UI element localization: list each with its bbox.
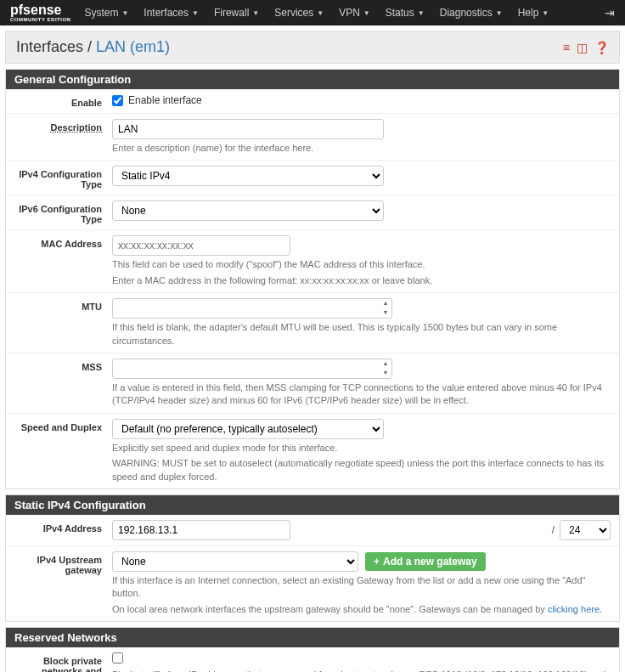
mss-input[interactable] [112, 359, 392, 379]
private-help: Blocks traffic from IP addresses that ar… [112, 669, 611, 672]
speed-help2: WARNING: MUST be set to autoselect (auto… [112, 457, 611, 483]
chevron-down-icon: ▼ [317, 9, 324, 17]
logo-sub: COMMUNITY EDITION [10, 17, 70, 22]
gateway-select[interactable]: None [112, 551, 358, 572]
navbar: pfsense COMMUNITY EDITION System▼ Interf… [0, 0, 625, 25]
chevron-down-icon: ▼ [363, 9, 370, 17]
panel-reserved: Reserved Networks Block private networks… [5, 627, 620, 672]
mtu-down-icon[interactable]: ▼ [380, 308, 391, 318]
speed-help1: Explicitly set speed and duplex mode for… [112, 442, 611, 455]
panel-header-reserved: Reserved Networks [6, 628, 619, 647]
mss-help: If a value is entered in this field, the… [112, 381, 611, 408]
label-private: Block private networks and loopback addr… [14, 652, 112, 672]
description-input[interactable] [112, 119, 384, 139]
breadcrumb: Interfaces / LAN (em1) [16, 38, 170, 56]
chevron-down-icon: ▼ [496, 9, 503, 17]
chevron-down-icon: ▼ [192, 9, 199, 17]
label-ipv6type: IPv6 Configuration Type [14, 200, 112, 224]
private-checkbox[interactable] [112, 652, 123, 664]
add-gateway-button[interactable]: +Add a new gateway [365, 552, 486, 571]
logo-main: pfsense [10, 3, 70, 17]
label-mtu: MTU [14, 298, 112, 312]
chevron-down-icon: ▼ [121, 9, 128, 17]
mtu-help: If this field is blank, the adapter's de… [112, 321, 611, 347]
gateway-link[interactable]: clicking here [548, 604, 600, 614]
panel-header-static: Static IPv4 Configuration [6, 495, 619, 515]
page-header: Interfaces / LAN (em1) ≡ ◫ ❓ [5, 31, 620, 64]
logout-icon[interactable]: ⇥ [605, 6, 615, 20]
ipv4-slash: / [547, 524, 560, 536]
nav-menu: System▼ Interfaces▼ Firewall▼ Services▼ … [84, 7, 605, 19]
enable-checkbox[interactable] [112, 95, 123, 106]
nav-firewall[interactable]: Firewall▼ [214, 7, 259, 19]
mac-input[interactable] [112, 235, 290, 256]
label-ipv4type: IPv4 Configuration Type [14, 166, 112, 189]
chevron-down-icon: ▼ [418, 9, 425, 17]
breadcrumb-root[interactable]: Interfaces [16, 38, 83, 55]
nav-interfaces[interactable]: Interfaces▼ [144, 7, 199, 19]
label-gateway: IPv4 Upstream gateway [14, 551, 112, 575]
description-help: Enter a description (name) for the inter… [112, 142, 611, 155]
label-ipv4addr: IPv4 Address [14, 520, 112, 534]
mtu-input[interactable] [112, 298, 392, 319]
stats-icon[interactable]: ◫ [577, 41, 588, 54]
breadcrumb-active: LAN (em1) [96, 38, 170, 55]
label-mac: MAC Address [14, 235, 112, 249]
mss-up-icon[interactable]: ▲ [380, 359, 391, 369]
mtu-up-icon[interactable]: ▲ [380, 299, 391, 308]
gateway-help2: On local area network interfaces the ups… [112, 603, 611, 616]
plus-icon: + [374, 556, 380, 568]
label-speed: Speed and Duplex [14, 419, 112, 432]
nav-services[interactable]: Services▼ [274, 7, 324, 19]
chevron-down-icon: ▼ [252, 9, 259, 17]
chevron-down-icon: ▼ [542, 9, 549, 17]
header-icons: ≡ ◫ ❓ [563, 41, 609, 54]
ipv4type-select[interactable]: Static IPv4 [112, 166, 384, 186]
label-enable: Enable [14, 94, 112, 108]
ipv6type-select[interactable]: None [112, 200, 384, 221]
mac-help2: Enter a MAC address in the following for… [112, 274, 611, 287]
panel-header-general: General Configuration [6, 70, 619, 89]
nav-help[interactable]: Help▼ [518, 7, 549, 19]
gateway-help1: If this interface is an Internet connect… [112, 574, 611, 601]
label-description: Description [14, 119, 112, 133]
nav-diagnostics[interactable]: Diagnostics▼ [440, 7, 503, 19]
nav-status[interactable]: Status▼ [386, 7, 425, 19]
list-icon[interactable]: ≡ [563, 41, 570, 54]
speed-select[interactable]: Default (no preference, typically autose… [112, 419, 384, 439]
label-mss: MSS [14, 359, 112, 372]
panel-general: General Configuration Enable Enable inte… [5, 69, 620, 489]
nav-vpn[interactable]: VPN▼ [339, 7, 370, 19]
ipv4addr-input[interactable] [112, 520, 290, 540]
mss-down-icon[interactable]: ▼ [380, 369, 391, 378]
nav-system[interactable]: System▼ [84, 7, 128, 19]
enable-text: Enable interface [128, 94, 202, 106]
panel-static: Static IPv4 Configuration IPv4 Address /… [5, 494, 620, 622]
ipv4mask-select[interactable]: 24 [560, 520, 611, 540]
help-icon[interactable]: ❓ [594, 41, 609, 54]
mac-help1: This field can be used to modify ("spoof… [112, 258, 611, 271]
logo[interactable]: pfsense COMMUNITY EDITION [10, 3, 70, 22]
